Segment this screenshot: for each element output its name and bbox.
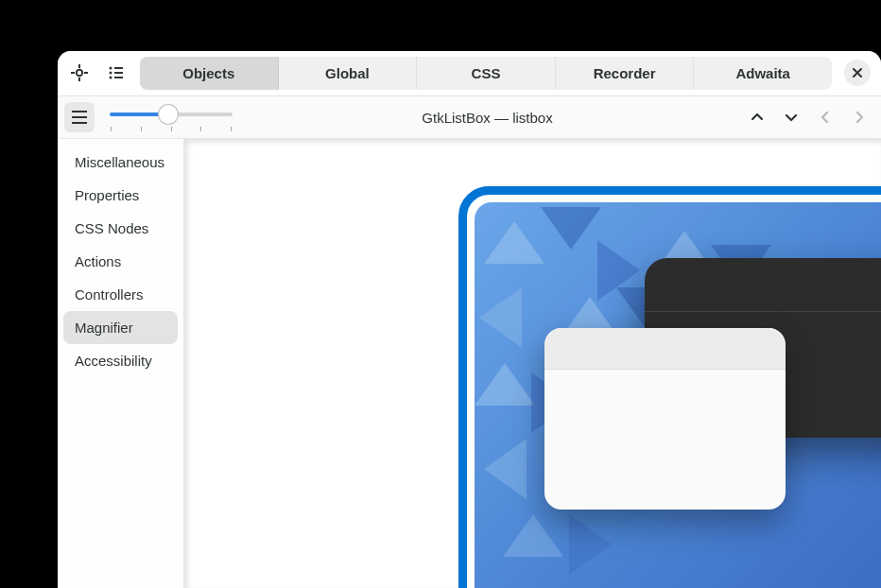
inspector-window: Objects Global CSS Recorder Adwaita GtkL… bbox=[58, 51, 881, 588]
tab-objects[interactable]: Objects bbox=[140, 57, 279, 90]
svg-rect-11 bbox=[72, 111, 87, 112]
content-area: Miscellaneous Properties CSS Nodes Actio… bbox=[58, 139, 881, 588]
slider-thumb[interactable] bbox=[158, 104, 179, 125]
sidebar-item-actions[interactable]: Actions bbox=[63, 245, 178, 278]
svg-rect-13 bbox=[72, 122, 87, 124]
hamburger-icon bbox=[72, 111, 87, 124]
sidebar-item-css-nodes[interactable]: CSS Nodes bbox=[63, 212, 178, 245]
list-tree-icon bbox=[108, 64, 125, 81]
go-down-button[interactable] bbox=[776, 102, 806, 132]
close-button[interactable] bbox=[844, 60, 871, 86]
property-sidebar: Miscellaneous Properties CSS Nodes Actio… bbox=[58, 139, 184, 588]
crosshair-icon bbox=[71, 64, 88, 81]
go-up-button[interactable] bbox=[742, 102, 772, 132]
chevron-left-icon bbox=[818, 110, 833, 125]
tab-global[interactable]: Global bbox=[279, 57, 418, 90]
target-picker-button[interactable] bbox=[64, 58, 95, 88]
tab-css[interactable]: CSS bbox=[417, 57, 556, 90]
chevron-right-icon bbox=[852, 110, 867, 125]
header-bar: Objects Global CSS Recorder Adwaita bbox=[58, 51, 881, 95]
svg-point-9 bbox=[110, 77, 112, 79]
tree-list-toggle-button[interactable] bbox=[101, 58, 131, 88]
svg-rect-6 bbox=[114, 67, 123, 69]
magnifier-viewport[interactable] bbox=[184, 139, 881, 588]
tab-adwaita[interactable]: Adwaita bbox=[694, 57, 832, 90]
chevron-down-icon bbox=[784, 110, 799, 125]
close-icon bbox=[852, 67, 863, 78]
svg-point-0 bbox=[77, 70, 82, 76]
object-title: GtkListBox — listbox bbox=[238, 110, 736, 126]
sidebar-item-accessibility[interactable]: Accessibility bbox=[63, 344, 178, 377]
object-toolbar: GtkListBox — listbox bbox=[58, 95, 881, 139]
sidebar-item-magnifier[interactable]: Magnifier bbox=[63, 311, 178, 344]
magnified-light-window bbox=[544, 328, 786, 510]
sidebar-item-properties[interactable]: Properties bbox=[63, 179, 178, 212]
svg-point-5 bbox=[110, 67, 112, 70]
go-back-button[interactable] bbox=[810, 102, 840, 132]
svg-rect-8 bbox=[114, 72, 123, 74]
sidebar-toggle-button[interactable] bbox=[64, 102, 95, 132]
svg-point-7 bbox=[110, 72, 112, 75]
svg-rect-10 bbox=[114, 77, 123, 78]
sidebar-item-controllers[interactable]: Controllers bbox=[63, 278, 178, 311]
zoom-slider[interactable] bbox=[110, 102, 233, 132]
svg-rect-12 bbox=[72, 116, 87, 118]
nav-buttons bbox=[742, 102, 874, 132]
main-tab-switcher: Objects Global CSS Recorder Adwaita bbox=[140, 57, 832, 90]
chevron-up-icon bbox=[750, 110, 765, 125]
tab-recorder[interactable]: Recorder bbox=[556, 57, 695, 90]
slider-ticks bbox=[110, 127, 233, 131]
go-forward-button[interactable] bbox=[844, 102, 874, 132]
sidebar-item-miscellaneous[interactable]: Miscellaneous bbox=[63, 146, 178, 179]
